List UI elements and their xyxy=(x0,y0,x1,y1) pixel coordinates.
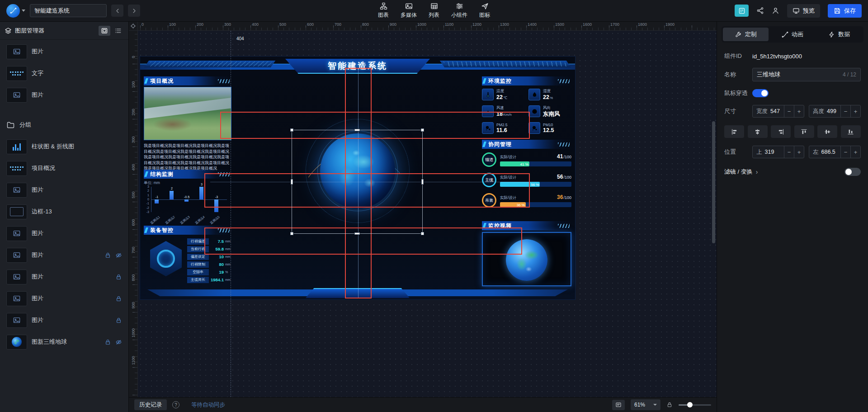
app-logo[interactable] xyxy=(6,4,25,18)
env-stat-label: PM10 xyxy=(543,123,554,127)
zoom-select[interactable]: 61% xyxy=(631,399,660,410)
layer-lock-icon[interactable] xyxy=(115,274,122,280)
image-icon xyxy=(13,251,21,259)
panel-project-overview[interactable]: 项目概况 我是项目概况我是项目概况我是项目概况我是项目概况我是项目概况我是项目概… xyxy=(144,76,231,172)
selection-handle[interactable] xyxy=(291,179,293,185)
selection-box[interactable] xyxy=(292,130,423,234)
ruler-tick-label: 200 xyxy=(197,22,203,27)
filter-transform-row[interactable]: 滤镜 / 变换 › xyxy=(724,168,861,176)
align-bottom-button[interactable] xyxy=(841,125,861,138)
align-top-button[interactable] xyxy=(794,125,814,138)
top-decrement-button[interactable]: − xyxy=(784,146,794,158)
width-decrement-button[interactable]: − xyxy=(784,105,794,117)
align-center-h-button[interactable] xyxy=(748,125,768,138)
selection-handle[interactable] xyxy=(354,232,360,235)
help-icon[interactable]: ? xyxy=(172,401,179,408)
layer-visibility-icon[interactable] xyxy=(115,252,122,259)
project-title-input[interactable] xyxy=(30,4,107,17)
panel-equipment-control[interactable]: 装备智控 行程偏差7.5mm当前行程59.8mm偏差设定10mm行程限制80mm… xyxy=(144,226,231,285)
layer-lock-icon[interactable] xyxy=(104,339,111,346)
layer-visibility-icon[interactable] xyxy=(115,339,122,346)
height-increment-button[interactable]: + xyxy=(850,105,860,117)
top-stepper[interactable]: 上 319 − + xyxy=(752,146,804,158)
layer-item[interactable]: 柱状图 & 折线图 xyxy=(0,136,128,157)
layer-item[interactable]: 图片 xyxy=(0,288,128,309)
layer-item[interactable]: 图片 xyxy=(0,179,128,201)
zoom-lock-icon[interactable] xyxy=(666,402,673,408)
chart-axis-label: 0 xyxy=(144,198,149,201)
ruler-horizontal[interactable]: 0100200300400500600700800900100011001200… xyxy=(138,22,717,31)
name-input[interactable]: 三维地球 4 / 12 xyxy=(752,68,861,81)
layer-item[interactable]: 图片 xyxy=(0,223,128,244)
layer-lock-icon[interactable] xyxy=(104,252,111,259)
nav-item-icons[interactable]: 图标 xyxy=(479,2,490,19)
width-increment-button[interactable]: + xyxy=(794,105,804,117)
tab-animation[interactable]: 动画 xyxy=(769,28,815,41)
collab-ratio-label: 实际/设计 xyxy=(500,175,516,180)
layer-lock-icon[interactable] xyxy=(115,317,122,324)
height-stepper[interactable]: 高度 499 − + xyxy=(809,105,861,118)
mouse-through-toggle[interactable] xyxy=(752,89,769,97)
panel-environment-monitoring[interactable]: 环境监控 温度22℃湿度22%风速18Km/h风向东南风PM2.511.6PM1… xyxy=(482,76,571,135)
list-view-button[interactable] xyxy=(112,26,124,36)
layer-item[interactable]: 项目概况 xyxy=(0,157,128,179)
back-button[interactable] xyxy=(111,5,123,17)
selection-handle[interactable] xyxy=(290,232,293,235)
nav-item-list[interactable]: 列表 xyxy=(429,2,439,19)
layer-item[interactable]: 图片 xyxy=(0,84,128,106)
history-button[interactable]: 历史记录 xyxy=(134,399,167,410)
selection-handle[interactable] xyxy=(421,179,424,185)
nav-item-widgets[interactable]: 小组件 xyxy=(451,2,467,19)
fit-view-button[interactable] xyxy=(612,400,625,410)
left-decrement-button[interactable]: − xyxy=(840,146,850,158)
selection-handle[interactable] xyxy=(354,129,360,131)
layer-item[interactable]: 图片 xyxy=(0,244,128,266)
preview-button[interactable]: 预览 xyxy=(787,4,820,18)
panel-collaboration[interactable]: 协同管理 猫道实际/设计41/10041 %主缆实际/设计56/10056 %吊… xyxy=(482,140,571,208)
canvas-area: 0100200300400500600700800900100011001200… xyxy=(129,22,717,412)
tab-customize[interactable]: 定制 xyxy=(723,28,769,41)
component-library-button[interactable] xyxy=(735,5,749,17)
top-increment-button[interactable]: + xyxy=(794,146,804,158)
left-stepper[interactable]: 左 686.5 − + xyxy=(809,146,861,158)
layer-item[interactable]: 文字 xyxy=(0,62,128,84)
layer-item[interactable]: 图片 xyxy=(0,41,128,62)
zoom-slider-knob[interactable] xyxy=(687,402,693,407)
panel-video-monitor[interactable]: 监控视频 xyxy=(482,221,571,286)
forward-button[interactable] xyxy=(128,5,140,17)
guide-line-vertical[interactable] xyxy=(231,31,231,397)
layer-item[interactable]: 图新三维地球 xyxy=(0,331,128,353)
tab-data[interactable]: 数据 xyxy=(816,28,862,41)
height-decrement-button[interactable]: − xyxy=(840,105,850,117)
selection-handle[interactable] xyxy=(290,128,293,132)
nav-item-charts[interactable]: 图表 xyxy=(378,2,389,19)
align-right-button[interactable] xyxy=(771,125,791,138)
layer-item[interactable]: 图片 xyxy=(0,309,128,331)
filter-toggle[interactable] xyxy=(844,168,861,176)
zoom-slider[interactable] xyxy=(679,404,711,406)
left-increment-button[interactable]: + xyxy=(850,146,860,158)
save-button[interactable]: 保存 xyxy=(828,4,862,18)
layer-item[interactable]: 分组 xyxy=(0,114,128,136)
collab-progress-bar: 41 % xyxy=(500,161,571,166)
panel-title-collaboration: 协同管理 xyxy=(482,140,571,149)
width-stepper[interactable]: 宽度 547 − + xyxy=(752,105,804,118)
ruler-origin-button[interactable] xyxy=(129,22,138,31)
nav-item-media[interactable]: 多媒体 xyxy=(401,2,417,19)
align-center-v-button[interactable] xyxy=(817,125,837,138)
selection-handle[interactable] xyxy=(421,232,424,235)
layer-item[interactable]: 边框-13 xyxy=(0,201,128,223)
layer-label: 图片 xyxy=(32,229,43,237)
ruler-vertical[interactable]: 010020030040050060070080090010001100 xyxy=(129,31,138,397)
align-left-button[interactable] xyxy=(724,125,744,138)
canvas-viewport[interactable]: 404 智能建造系统 项目概况 我是项目概况我是项目概况我是项目概况我是项目概况… xyxy=(138,31,717,397)
thumbnail-view-button[interactable] xyxy=(99,26,110,36)
layer-manager-panel: 图层管理器 图片文字图片分组柱状图 & 折线图项目概况图片边框-13图片图片图片… xyxy=(0,22,129,412)
selection-handle[interactable] xyxy=(421,128,424,132)
user-button[interactable] xyxy=(772,7,779,14)
share-button[interactable] xyxy=(756,7,764,14)
layer-lock-icon[interactable] xyxy=(115,295,122,302)
panel-structure-monitoring[interactable]: 结构监测 单位: mm 3210-1-2-3-1监测点12监测点2-0.5监测点… xyxy=(144,170,231,226)
canvas-vertical-scrollbar[interactable] xyxy=(712,121,715,243)
layer-item[interactable]: 图片 xyxy=(0,266,128,288)
